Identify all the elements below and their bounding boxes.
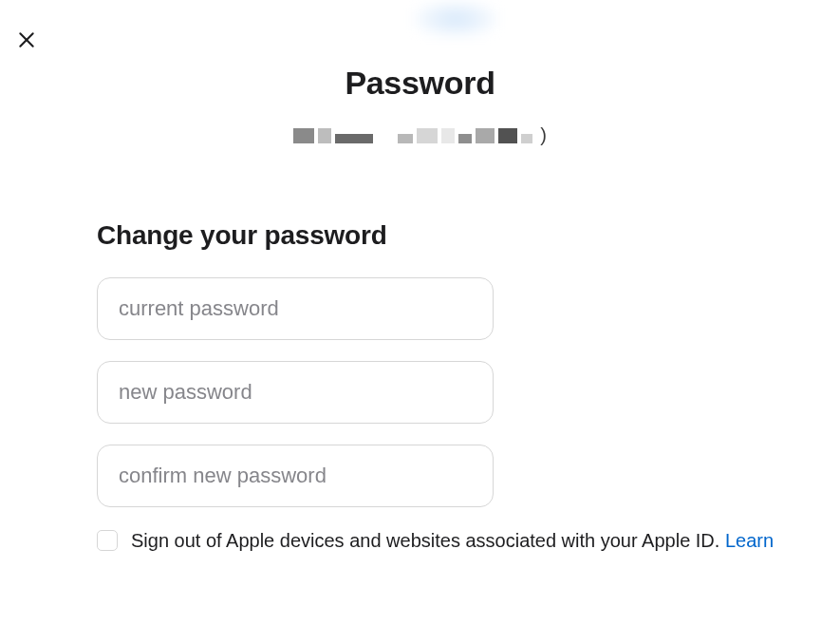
close-icon	[17, 30, 36, 49]
top-blur-decoration	[413, 0, 498, 38]
learn-more-link[interactable]: Learn	[725, 530, 774, 551]
new-password-input[interactable]	[97, 361, 494, 424]
redacted-identifier	[293, 128, 532, 143]
confirm-password-input[interactable]	[97, 445, 494, 507]
section-title: Change your password	[97, 220, 812, 251]
signout-checkbox[interactable]	[97, 530, 118, 551]
trailing-paren: )	[540, 124, 547, 146]
close-button[interactable]	[13, 27, 40, 53]
signout-label: Sign out of Apple devices and websites a…	[131, 528, 774, 554]
signout-label-text: Sign out of Apple devices and websites a…	[131, 530, 725, 551]
change-password-section: Change your password Sign out of Apple d…	[0, 220, 840, 554]
page-title: Password	[0, 65, 840, 102]
current-password-input[interactable]	[97, 277, 494, 340]
signout-row: Sign out of Apple devices and websites a…	[97, 528, 812, 554]
page-header: Password )	[0, 65, 840, 146]
account-identifier-row: )	[0, 124, 840, 146]
